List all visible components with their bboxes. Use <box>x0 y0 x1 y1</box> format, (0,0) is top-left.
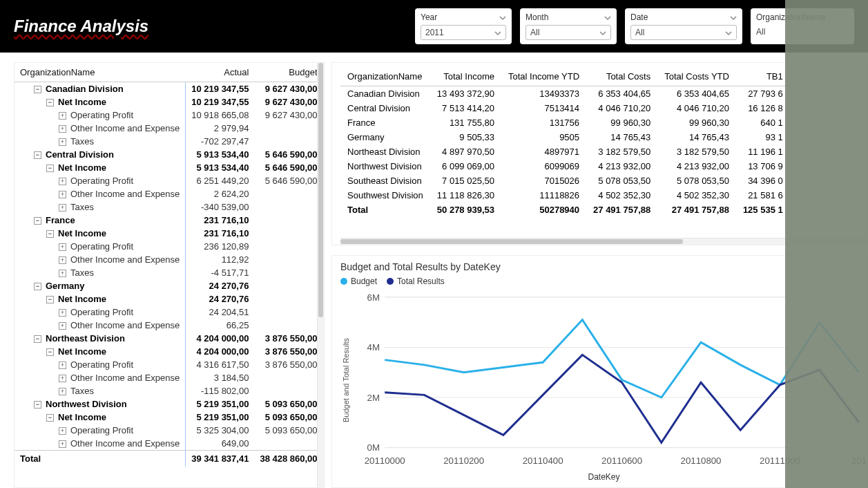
table-cell: 7513414 <box>501 101 586 115</box>
table-row[interactable]: France131 755,8013175699 960,3099 960,30… <box>340 115 790 130</box>
matrix-row-name[interactable]: Other Income and Expense <box>15 437 186 451</box>
matrix-row-name[interactable]: Other Income and Expense <box>15 371 186 384</box>
matrix-col-actual[interactable]: Actual <box>186 63 255 82</box>
matrix-col-name[interactable]: OrganizationName <box>15 63 186 82</box>
matrix-row-name[interactable]: Operating Profit <box>15 109 186 122</box>
expand-icon[interactable] <box>59 256 66 264</box>
expand-icon[interactable] <box>59 204 66 212</box>
collapse-icon[interactable] <box>46 165 54 172</box>
matrix-scrollbar[interactable] <box>317 63 324 487</box>
table-row[interactable]: Northwest Division6 099 069,0060990694 2… <box>340 159 790 173</box>
matrix-cell-budget: 5 093 650,00 <box>254 397 317 411</box>
slicer-date[interactable]: Date All <box>625 8 742 44</box>
legend-item-budget[interactable]: Budget <box>340 276 377 286</box>
matrix-col-budget[interactable]: Budget <box>254 63 317 82</box>
matrix-row-name[interactable]: Net Income <box>15 345 186 358</box>
table-cell: Southeast Division <box>340 173 430 188</box>
matrix-row-name[interactable]: Other Income and Expense <box>15 122 186 135</box>
matrix-cell-actual: 24 270,76 <box>186 279 255 292</box>
flat-col-header[interactable]: Total Costs <box>586 68 657 86</box>
expand-icon[interactable] <box>59 375 66 382</box>
collapse-icon[interactable] <box>46 296 54 303</box>
matrix-row-name[interactable]: Taxes <box>15 266 186 279</box>
scrollbar-thumb[interactable] <box>340 239 683 244</box>
matrix-row-name[interactable]: Taxes <box>15 135 186 148</box>
expand-icon[interactable] <box>59 388 66 395</box>
table-row[interactable]: Southeast Division7 015 025,5070150265 0… <box>340 173 790 188</box>
matrix-cell-actual: 5 913 534,40 <box>186 161 255 174</box>
expand-icon[interactable] <box>59 427 66 435</box>
flat-col-header[interactable]: Total Income <box>430 68 501 86</box>
matrix-row-name[interactable]: Northwest Division <box>15 397 186 411</box>
collapse-icon[interactable] <box>34 335 41 343</box>
matrix-row-name[interactable]: Operating Profit <box>15 174 186 187</box>
matrix-row-name[interactable]: Other Income and Expense <box>15 253 186 266</box>
expand-icon[interactable] <box>59 112 66 120</box>
collapse-icon[interactable] <box>34 217 41 225</box>
expand-icon[interactable] <box>59 309 66 317</box>
table-row[interactable]: Central Division7 513 414,2075134144 046… <box>340 101 790 115</box>
slicer-year-select[interactable]: 2011 <box>421 25 506 40</box>
matrix-row-name[interactable]: Taxes <box>15 200 186 214</box>
expand-icon[interactable] <box>59 322 66 330</box>
slicer-year[interactable]: Year 2011 <box>415 8 512 44</box>
collapse-icon[interactable] <box>46 230 54 238</box>
table-cell: 99 960,30 <box>657 115 736 130</box>
matrix-row-name[interactable]: France <box>15 214 186 227</box>
table-row[interactable]: Canadian Division13 493 372,90134933736 … <box>340 86 790 102</box>
flat-col-header[interactable]: Total Costs YTD <box>657 68 736 86</box>
expand-icon[interactable] <box>59 270 66 277</box>
expand-icon[interactable] <box>59 178 66 185</box>
matrix-row-name[interactable]: Northeast Division <box>15 332 186 345</box>
collapse-icon[interactable] <box>46 414 54 422</box>
matrix-row-name[interactable]: Operating Profit <box>15 240 186 253</box>
flat-col-header[interactable]: Total Income YTD <box>501 68 586 86</box>
expand-icon[interactable] <box>59 362 66 369</box>
collapse-icon[interactable] <box>34 283 41 290</box>
flat-col-header[interactable]: TB1 <box>736 68 790 86</box>
matrix-row-name[interactable]: Net Income <box>15 95 186 109</box>
collapse-icon[interactable] <box>34 151 41 159</box>
scrollbar-thumb[interactable] <box>318 63 323 317</box>
matrix-row-name[interactable]: Germany <box>15 279 186 292</box>
matrix-row-name[interactable]: Net Income <box>15 227 186 240</box>
collapse-icon[interactable] <box>34 401 41 409</box>
legend-item-total[interactable]: Total Results <box>387 276 445 286</box>
matrix-row-name[interactable]: Taxes <box>15 384 186 397</box>
expand-icon[interactable] <box>59 243 66 251</box>
flat-table: OrganizationNameTotal IncomeTotal Income… <box>340 68 790 217</box>
slicer-month[interactable]: Month All <box>520 8 617 44</box>
table-row[interactable]: Germany9 505,33950514 765,4314 765,4393 … <box>340 130 790 144</box>
matrix-row-name[interactable]: Net Income <box>15 292 186 306</box>
matrix-row-name[interactable]: Other Income and Expense <box>15 319 186 332</box>
matrix-cell-budget: 5 646 590,00 <box>254 148 317 161</box>
collapse-icon[interactable] <box>46 348 54 356</box>
matrix-visual[interactable]: OrganizationName Actual Budget Canadian … <box>14 62 325 488</box>
table-row[interactable]: Northeast Division4 897 970,5048979713 1… <box>340 144 790 159</box>
matrix-row-name[interactable]: Other Income and Expense <box>15 187 186 200</box>
matrix-row-name[interactable]: Operating Profit <box>15 358 186 371</box>
matrix-row-name[interactable]: Canadian Division <box>15 82 186 96</box>
flat-col-header[interactable]: OrganizationName <box>340 68 430 86</box>
collapse-icon[interactable] <box>34 86 41 93</box>
slicer-month-select[interactable]: All <box>525 25 611 40</box>
matrix-row-name[interactable]: Operating Profit <box>15 306 186 319</box>
slicer-date-select[interactable]: All <box>630 25 737 40</box>
expand-icon[interactable] <box>59 138 66 146</box>
expand-icon[interactable] <box>59 191 66 198</box>
table-cell: 5 078 053,50 <box>657 173 736 188</box>
matrix-row-name[interactable]: Central Division <box>15 148 186 161</box>
table-cell: 4 213 932,00 <box>657 159 736 173</box>
matrix-total-actual: 39 341 837,41 <box>186 451 255 467</box>
matrix-row-name[interactable]: Net Income <box>15 411 186 424</box>
table-row[interactable]: Southwest Division11 118 826,30111188264… <box>340 188 790 203</box>
svg-text:20110400: 20110400 <box>523 456 563 466</box>
matrix-row-name[interactable]: Operating Profit <box>15 424 186 437</box>
collapse-icon[interactable] <box>46 99 54 106</box>
expand-icon[interactable] <box>59 440 66 448</box>
matrix-cell-actual: 10 219 347,55 <box>186 82 255 96</box>
table-cell: 7015026 <box>501 173 586 188</box>
matrix-row-name[interactable]: Net Income <box>15 161 186 174</box>
expand-icon[interactable] <box>59 125 66 133</box>
table-total-cell: 50278940 <box>501 203 586 217</box>
